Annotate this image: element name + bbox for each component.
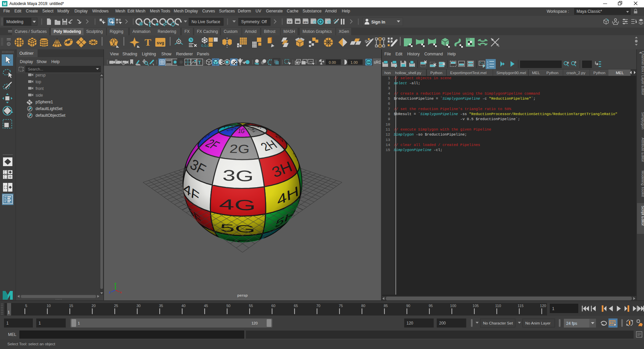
svg-text:75: 75 — [339, 304, 343, 308]
svg-text:45: 45 — [204, 304, 208, 308]
svg-text:front: front — [36, 86, 44, 91]
svg-text:No Character Set: No Character Set — [483, 321, 513, 325]
svg-text:Show: Show — [37, 59, 47, 64]
svg-text:Script Editor: Script Editor — [641, 206, 644, 226]
svg-text:50: 50 — [226, 304, 230, 308]
svg-text:5: 5 — [25, 304, 27, 308]
svg-text:70: 70 — [316, 304, 320, 308]
svg-text:1: 1 — [8, 310, 10, 314]
svg-text:Bifrost: Bifrost — [264, 29, 276, 34]
svg-text:100: 100 — [450, 304, 456, 308]
svg-text:Attribute Editor: Attribute Editor — [641, 138, 644, 162]
svg-text:pSphere1: pSphere1 — [36, 100, 53, 104]
svg-text:3: 3 — [487, 66, 488, 68]
svg-text:Sign In: Sign In — [371, 20, 385, 24]
svg-text:110: 110 — [495, 304, 501, 308]
svg-text:20: 20 — [92, 304, 96, 308]
svg-text:90: 90 — [406, 304, 410, 308]
svg-text:FX: FX — [184, 29, 190, 34]
svg-text:120: 120 — [252, 321, 258, 325]
svg-text:120: 120 — [540, 304, 546, 308]
svg-text:FX Caching: FX Caching — [197, 29, 218, 34]
svg-text:MEL: MEL — [532, 71, 540, 75]
svg-text:60: 60 — [271, 304, 275, 308]
svg-text:defaultObjectSet: defaultObjectSet — [36, 113, 65, 118]
svg-text:95: 95 — [429, 304, 433, 308]
svg-text:sRGB g: sRGB g — [374, 60, 381, 65]
svg-text:Simplygon: Simplygon — [641, 112, 644, 129]
svg-text:1: 1 — [39, 321, 41, 326]
svg-text:115: 115 — [518, 304, 524, 308]
svg-text:Help: Help — [51, 59, 60, 64]
svg-text:IPR: IPR — [304, 21, 308, 24]
svg-text:Symmetry: Off: Symmetry: Off — [241, 19, 267, 24]
svg-text:defaultLightSet: defaultLightSet — [36, 106, 63, 111]
svg-text:1: 1 — [78, 321, 80, 325]
svg-text:Curves / Surfaces: Curves / Surfaces — [15, 29, 47, 34]
svg-text:Outliner: Outliner — [19, 51, 34, 56]
svg-text:35: 35 — [159, 304, 163, 308]
svg-text:Python: Python — [546, 71, 558, 75]
svg-text:hollow_shell.py: hollow_shell.py — [395, 71, 421, 75]
svg-text:2: 2 — [487, 63, 488, 66]
svg-text:No Anim Layer: No Anim Layer — [525, 321, 551, 325]
svg-text:XGen: XGen — [339, 29, 349, 34]
svg-text:Rigging: Rigging — [110, 29, 123, 34]
svg-text:Python: Python — [593, 71, 605, 75]
svg-text:Modeling: Modeling — [6, 19, 23, 24]
svg-text:svg: svg — [157, 40, 164, 45]
svg-text:Display: Display — [20, 59, 33, 64]
svg-text:85: 85 — [384, 304, 388, 308]
svg-text:Custom: Custom — [224, 29, 237, 34]
svg-text:Python: Python — [430, 71, 442, 75]
svg-text:MASH: MASH — [283, 29, 295, 34]
svg-text:Sculpting: Sculpting — [86, 29, 103, 34]
svg-text:y: y — [115, 282, 116, 285]
svg-text:side: side — [36, 93, 43, 98]
svg-text:80: 80 — [361, 304, 365, 308]
svg-text:M: M — [3, 2, 6, 6]
svg-text:15: 15 — [69, 304, 73, 308]
svg-text:hon: hon — [384, 71, 391, 75]
svg-text:top: top — [36, 80, 41, 84]
svg-text:120: 120 — [407, 321, 413, 326]
svg-text:1.00: 1.00 — [351, 60, 358, 64]
svg-text:1: 1 — [6, 321, 9, 326]
svg-text:Rendering: Rendering — [158, 29, 176, 34]
svg-text:No Live Surface: No Live Surface — [192, 19, 220, 24]
svg-text:Animation: Animation — [132, 29, 150, 34]
svg-text:MEL: MEL — [616, 71, 624, 75]
svg-text:T: T — [145, 37, 151, 48]
svg-text:10: 10 — [47, 304, 51, 308]
svg-text:200: 200 — [439, 321, 446, 326]
svg-text:24 fps: 24 fps — [566, 321, 577, 326]
svg-text:Motion Graphics: Motion Graphics — [303, 29, 332, 34]
svg-text:Channel Box / Layer Editor: Channel Box / Layer Editor — [641, 51, 644, 95]
svg-text:Modeling Toolkit: Modeling Toolkit — [641, 170, 644, 197]
svg-text:1: 1 — [487, 61, 488, 63]
svg-text:Simplygon90.mel: Simplygon90.mel — [496, 71, 526, 75]
svg-text:40: 40 — [181, 304, 185, 308]
svg-text:Search...: Search... — [28, 67, 43, 71]
svg-text:Arnold: Arnold — [245, 29, 257, 34]
svg-text:persp: persp — [36, 73, 46, 78]
svg-text:25: 25 — [114, 304, 118, 308]
svg-text:55: 55 — [249, 304, 253, 308]
svg-text:ON: ON — [367, 61, 370, 64]
svg-text:30: 30 — [137, 304, 141, 308]
svg-text:65: 65 — [294, 304, 298, 308]
svg-text:ExportImportTest.mel: ExportImportTest.mel — [450, 71, 487, 75]
svg-text:0.00: 0.00 — [329, 60, 336, 64]
svg-text:105: 105 — [473, 304, 479, 308]
svg-text:0,0,0: 0,0,0 — [201, 44, 209, 48]
svg-text:Poly Modeling: Poly Modeling — [54, 29, 81, 34]
svg-text:1: 1 — [552, 306, 554, 311]
svg-text:T: T — [198, 60, 201, 65]
svg-text:crash_2.py: crash_2.py — [567, 71, 586, 75]
